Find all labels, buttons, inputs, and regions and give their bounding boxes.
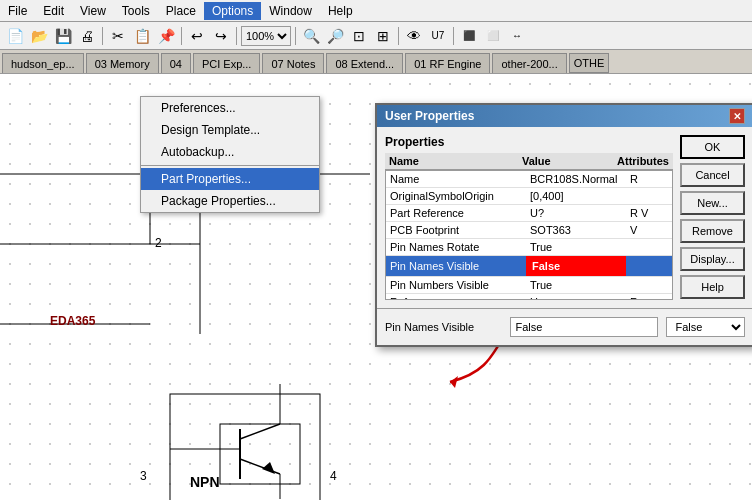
- npn-label: NPN: [190, 474, 220, 490]
- menu-view[interactable]: View: [72, 2, 114, 20]
- toolbar: 📄 📂 💾 🖨 ✂ 📋 📌 ↩ ↪ 100% 🔍 🔎 ⊡ ⊞ 👁 U7 ⬛ ⬜ …: [0, 22, 752, 50]
- paste-btn[interactable]: 📌: [155, 25, 177, 47]
- prop-row-pinrotate[interactable]: Pin Names Rotate True: [386, 239, 672, 256]
- prop-attr-6: [626, 283, 672, 287]
- col-header-value: Value: [518, 153, 613, 169]
- tab-notes[interactable]: 07 Notes: [262, 53, 324, 73]
- menu-autobackup[interactable]: Autobackup...: [141, 141, 319, 163]
- sep6: [453, 27, 454, 45]
- menu-preferences[interactable]: Preferences...: [141, 97, 319, 119]
- prop-row-footprint[interactable]: PCB Footprint SOT363 V: [386, 222, 672, 239]
- prop-value-1: [0,400]: [526, 188, 626, 204]
- tab-bar: hudson_ep... 03 Memory 04 PCI Exp... 07 …: [0, 50, 752, 74]
- prop-name-3: PCB Footprint: [386, 222, 526, 238]
- menubar: File Edit View Tools Place Options Windo…: [0, 0, 752, 22]
- prop-value-6: True: [526, 277, 626, 293]
- prop-row-partref[interactable]: Part Reference U? R V: [386, 205, 672, 222]
- extra1[interactable]: ⬛: [458, 25, 480, 47]
- prop-value-5: False: [526, 256, 626, 276]
- bottom-row: Pin Names Visible False True: [385, 317, 745, 337]
- sep4: [295, 27, 296, 45]
- prop-attr-4: [626, 245, 672, 249]
- prop-scroll-area[interactable]: Name BCR108S.Normal R OriginalSymbolOrig…: [385, 170, 673, 300]
- bottom-prop-label: Pin Names Visible: [385, 321, 502, 333]
- ok-button[interactable]: OK: [680, 135, 745, 159]
- tab-extend[interactable]: 08 Extend...: [326, 53, 403, 73]
- menu-edit[interactable]: Edit: [35, 2, 72, 20]
- tab-other200[interactable]: other-200...: [492, 53, 566, 73]
- prop-value-0: BCR108S.Normal: [526, 171, 626, 187]
- tab-memory[interactable]: 03 Memory: [86, 53, 159, 73]
- redo-btn[interactable]: ↪: [210, 25, 232, 47]
- help-button[interactable]: Help: [680, 275, 745, 299]
- prop-row-origin[interactable]: OriginalSymbolOrigin [0,400]: [386, 188, 672, 205]
- menu-help[interactable]: Help: [320, 2, 361, 20]
- eye-btn[interactable]: 👁: [403, 25, 425, 47]
- prop-row-reference[interactable]: Reference U R: [386, 294, 672, 300]
- cancel-button[interactable]: Cancel: [680, 163, 745, 187]
- menu-options[interactable]: Options: [204, 2, 261, 20]
- extra3[interactable]: ↔: [506, 25, 528, 47]
- menu-window[interactable]: Window: [261, 2, 320, 20]
- copy-btn[interactable]: 📋: [131, 25, 153, 47]
- tab-hudson[interactable]: hudson_ep...: [2, 53, 84, 73]
- prop-value-2: U?: [526, 205, 626, 221]
- prop-attr-2: R V: [626, 205, 672, 221]
- options-dropdown: Preferences... Design Template... Autoba…: [140, 96, 320, 213]
- save-btn[interactable]: 💾: [52, 25, 74, 47]
- menu-tools[interactable]: Tools: [114, 2, 158, 20]
- col-header-attr: Attributes: [613, 153, 673, 169]
- dialog-title: User Properties: [385, 109, 474, 123]
- bottom-value-dropdown[interactable]: False True: [666, 317, 745, 337]
- menu-place[interactable]: Place: [158, 2, 204, 20]
- new-btn[interactable]: 📄: [4, 25, 26, 47]
- open-btn[interactable]: 📂: [28, 25, 50, 47]
- extra2[interactable]: ⬜: [482, 25, 504, 47]
- new-button[interactable]: New...: [680, 191, 745, 215]
- user-properties-dialog: User Properties ✕ Properties Name Value …: [375, 103, 752, 347]
- prop-attr-1: [626, 194, 672, 198]
- zoom-combo[interactable]: 100%: [241, 26, 291, 46]
- prop-table-header: Name Value Attributes: [385, 153, 673, 170]
- prop-value-3: SOT363: [526, 222, 626, 238]
- sep3: [236, 27, 237, 45]
- remove-button[interactable]: Remove: [680, 219, 745, 243]
- menu-file[interactable]: File: [0, 2, 35, 20]
- zoom-in-btn[interactable]: 🔍: [300, 25, 322, 47]
- display-button[interactable]: Display...: [680, 247, 745, 271]
- prop-value-7: U: [526, 294, 626, 300]
- menu-package-properties[interactable]: Package Properties...: [141, 190, 319, 212]
- undo-btn[interactable]: ↩: [186, 25, 208, 47]
- prop-attr-0: R: [626, 171, 672, 187]
- menu-design-template[interactable]: Design Template...: [141, 119, 319, 141]
- line-num-3: 3: [140, 469, 147, 483]
- zoom-out-btn[interactable]: 🔎: [324, 25, 346, 47]
- tab-pci[interactable]: PCI Exp...: [193, 53, 261, 73]
- dialog-close-button[interactable]: ✕: [729, 108, 745, 124]
- tab-more[interactable]: OTHE: [569, 53, 610, 73]
- prop-name-6: Pin Numbers Visible: [386, 277, 526, 293]
- col-header-name: Name: [385, 153, 518, 169]
- prop-name-7: Reference: [386, 294, 526, 300]
- dialog-buttons-panel: OK Cancel New... Remove Display... Help: [672, 127, 752, 307]
- sep2: [181, 27, 182, 45]
- zoom-fit-btn[interactable]: ⊡: [348, 25, 370, 47]
- cut-btn[interactable]: ✂: [107, 25, 129, 47]
- dialog-titlebar: User Properties ✕: [377, 105, 752, 127]
- u7-btn[interactable]: U7: [427, 25, 449, 47]
- prop-row-name[interactable]: Name BCR108S.Normal R: [386, 171, 672, 188]
- line-num-4: 4: [330, 469, 337, 483]
- sep5: [398, 27, 399, 45]
- zoom-all-btn[interactable]: ⊞: [372, 25, 394, 47]
- tab-rf[interactable]: 01 RF Engine: [405, 53, 490, 73]
- sep1: [102, 27, 103, 45]
- eda-label: EDA365: [50, 314, 95, 328]
- prop-row-pinnamesvis[interactable]: Pin Names Visible False: [386, 256, 672, 277]
- prop-attr-3: V: [626, 222, 672, 238]
- prop-row-pinnumvis[interactable]: Pin Numbers Visible True: [386, 277, 672, 294]
- tab-04[interactable]: 04: [161, 53, 191, 73]
- bottom-value-input[interactable]: [510, 317, 658, 337]
- print-btn[interactable]: 🖨: [76, 25, 98, 47]
- menu-sep: [141, 165, 319, 166]
- menu-part-properties[interactable]: Part Properties...: [141, 168, 319, 190]
